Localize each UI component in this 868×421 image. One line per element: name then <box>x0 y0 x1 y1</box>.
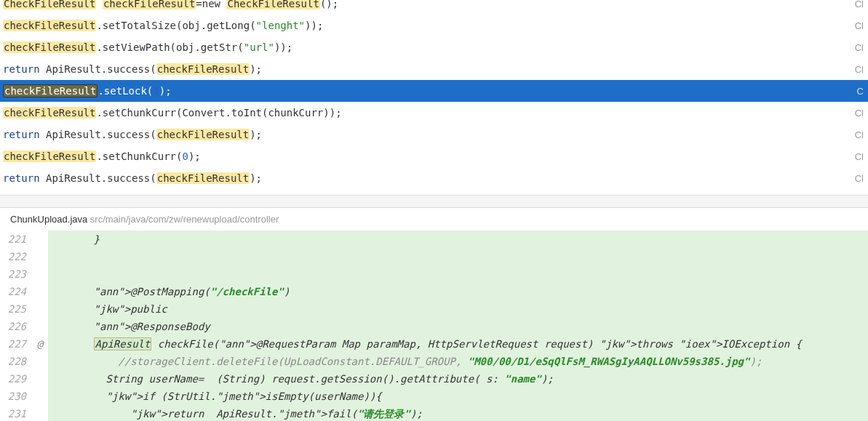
panel-divider <box>0 195 868 208</box>
code-line[interactable]: "jkw">public <box>48 300 868 318</box>
code-line[interactable]: //storageClient.deleteFile(UpLoadConstan… <box>48 353 868 370</box>
usage-tag: Cl <box>855 42 864 53</box>
usage-row[interactable]: return ApiResult.success(checkFileResult… <box>0 124 868 145</box>
code-line[interactable]: "jkw">return ApiResult."jmeth">fail("请先登… <box>48 405 868 421</box>
usage-tag: Cl <box>855 151 864 162</box>
usage-tag: Cl <box>855 0 864 9</box>
usage-tag: Cl <box>855 129 864 140</box>
line-gutter: 221222223224225226227228229230231232 <box>0 230 32 421</box>
usage-row[interactable]: checkFileResult.setTotalSize(obj.getLong… <box>0 15 868 36</box>
code-line[interactable]: } <box>48 230 868 248</box>
code-editor[interactable]: 221222223224225226227228229230231232 @ }… <box>0 230 868 421</box>
usages-list: CheckFileResult checkFileResult=new Chec… <box>0 0 868 189</box>
usage-row[interactable]: CheckFileResult checkFileResult=new Chec… <box>0 0 868 15</box>
file-header[interactable]: ChunkUpload.java src/main/java/com/zw/re… <box>0 208 868 230</box>
usage-tag: Cl <box>855 20 864 31</box>
file-name: ChunkUpload.java <box>10 214 87 225</box>
code-line[interactable]: "ann">@ResponseBody <box>48 318 868 335</box>
usage-row[interactable]: checkFileResult.setLock(1);C <box>0 80 868 102</box>
usage-tag: Cl <box>855 64 864 75</box>
usage-row[interactable]: return ApiResult.success(checkFileResult… <box>0 167 868 189</box>
usage-row[interactable]: return ApiResult.success(checkFileResult… <box>0 58 868 80</box>
gutter-marks: @ <box>32 230 48 421</box>
code-line[interactable]: "ann">@PostMapping("/checkFile") <box>48 283 868 300</box>
usage-tag: Cl <box>855 108 864 119</box>
code-line[interactable] <box>48 248 868 265</box>
usage-tag: C <box>857 86 864 97</box>
file-path: src/main/java/com/zw/renewupload/control… <box>90 214 279 225</box>
usage-row[interactable]: checkFileResult.setChunkCurr(Convert.toI… <box>0 102 868 124</box>
code-area[interactable]: } "ann">@PostMapping("/checkFile") "jkw"… <box>48 230 868 421</box>
usage-row[interactable]: checkFileResult.setChunkCurr(0);Cl <box>0 145 868 167</box>
usage-tag: Cl <box>855 173 864 184</box>
usage-row[interactable]: checkFileResult.setViewPath(obj.getStr("… <box>0 36 868 58</box>
code-line[interactable]: String userName= (String) request.getSes… <box>48 370 868 388</box>
code-line[interactable]: "jkw">if (StrUtil."jmeth">isEmpty(userNa… <box>48 388 868 405</box>
code-line[interactable] <box>48 265 868 283</box>
code-line[interactable]: ApiResult checkFile("ann">@RequestParam … <box>48 335 868 353</box>
